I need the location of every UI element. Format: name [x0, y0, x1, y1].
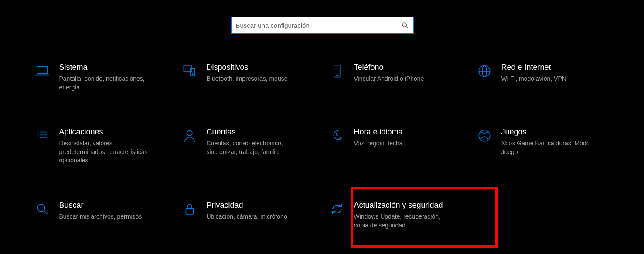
globe-icon	[476, 63, 493, 79]
phone-icon	[329, 63, 345, 79]
settings-grid: Sistema Pantalla, sonido, notificaciones…	[0, 51, 644, 232]
apps-icon	[34, 127, 51, 144]
svg-point-18	[187, 130, 192, 136]
tile-telefono[interactable]: Teléfono Vincular Android o iPhone	[326, 60, 466, 94]
tile-title: Dispositivos	[207, 63, 316, 72]
tile-title: Buscar	[59, 201, 168, 210]
tile-title: Privacidad	[207, 201, 316, 210]
tile-actualizacion[interactable]: Actualización y seguridad Windows Update…	[326, 198, 466, 232]
tile-sub: Wi-Fi, modo avión, VPN	[501, 75, 593, 83]
person-icon	[181, 127, 198, 144]
tile-title: Cuentas	[207, 127, 316, 137]
update-icon	[329, 201, 345, 217]
tile-buscar[interactable]: Buscar Buscar mis archivos, permisos	[31, 198, 171, 232]
tile-privacidad[interactable]: Privacidad Ubicación, cámara, micrófono	[179, 198, 318, 232]
tile-title: Juegos	[501, 127, 610, 137]
tile-cuentas[interactable]: Cuentas Cuentas, correo electrónico, sin…	[179, 125, 318, 168]
time-language-icon: 字	[329, 127, 345, 144]
tile-sub: Buscar mis archivos, permisos	[59, 213, 151, 221]
tile-dispositivos[interactable]: Dispositivos Bluetooth, impresoras, mous…	[179, 60, 318, 94]
tile-sub: Pantalla, sonido, notificaciones, energí…	[59, 75, 151, 92]
tile-juegos[interactable]: Juegos Xbox Game Bar, capturas, Modo Jue…	[474, 125, 613, 168]
tile-sub: Desinstalar, valores predeterminados, ca…	[59, 139, 151, 165]
search-icon	[402, 22, 409, 29]
tile-title: Hora e idioma	[354, 127, 463, 137]
tile-sub: Bluetooth, impresoras, mouse	[207, 75, 298, 83]
tile-sub: Voz, región, fecha	[354, 139, 446, 148]
svg-point-8	[336, 75, 337, 76]
tile-aplicaciones[interactable]: Aplicaciones Desinstalar, valores predet…	[31, 125, 171, 168]
svg-line-22	[44, 210, 48, 214]
tile-sistema[interactable]: Sistema Pantalla, sonido, notificaciones…	[31, 60, 171, 94]
tile-red[interactable]: Red e Internet Wi-Fi, modo avión, VPN	[474, 60, 613, 94]
tile-sub: Xbox Game Bar, capturas, Modo Juego	[501, 139, 593, 156]
search-box[interactable]	[231, 17, 414, 34]
svg-rect-2	[37, 67, 48, 73]
svg-point-0	[402, 23, 406, 27]
tile-title: Teléfono	[354, 63, 463, 72]
laptop-icon	[34, 63, 51, 79]
svg-line-1	[406, 26, 408, 28]
devices-icon	[181, 63, 198, 79]
tile-title: Red e Internet	[501, 63, 610, 72]
svg-rect-23	[186, 208, 193, 214]
tile-sub: Cuentas, correo electrónico, sincronizar…	[207, 139, 298, 156]
tile-sub: Vincular Android o iPhone	[354, 75, 446, 83]
svg-text:字: 字	[338, 137, 343, 142]
tile-title: Aplicaciones	[59, 127, 168, 137]
svg-point-20	[479, 130, 490, 141]
lock-icon	[181, 201, 198, 217]
search-tile-icon	[34, 201, 51, 217]
xbox-icon	[476, 127, 493, 144]
tile-sub: Ubicación, cámara, micrófono	[207, 213, 298, 221]
tile-sub: Windows Update, recuperación, copia de s…	[354, 213, 446, 230]
tile-title: Actualización y seguridad	[354, 201, 463, 210]
tile-title: Sistema	[59, 63, 168, 72]
search-input[interactable]	[236, 22, 402, 29]
svg-point-6	[192, 74, 193, 75]
tile-hora[interactable]: 字 Hora e idioma Voz, región, fecha	[326, 125, 466, 168]
